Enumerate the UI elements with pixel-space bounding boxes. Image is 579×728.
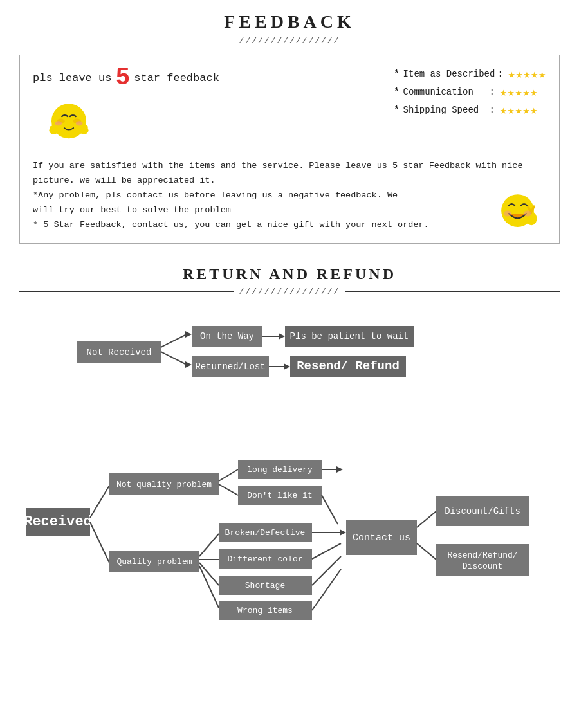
- received-svg: Received Not quality problem long delive…: [26, 424, 579, 630]
- rating-label-1: Item as Described: [403, 69, 495, 79]
- svg-line-20: [161, 352, 187, 365]
- asterisk-1: *: [394, 69, 399, 79]
- svg-text:Discount/Gifts: Discount/Gifts: [445, 506, 520, 516]
- emoji-happy: [496, 189, 540, 233]
- emoji-sleeping: [46, 99, 92, 145]
- refund-zigzag: ////////////////: [234, 287, 345, 296]
- svg-line-71: [417, 511, 436, 527]
- stars-3: ★★★★★: [500, 103, 538, 117]
- feedback-post-text: star feedback: [134, 72, 219, 84]
- svg-line-49: [322, 495, 338, 524]
- svg-point-16: [524, 210, 532, 216]
- svg-line-42: [219, 484, 238, 495]
- rating-label-3: Shipping Speed: [403, 105, 487, 115]
- feedback-divider: ////////////////: [19, 36, 560, 46]
- feedback-box: pls leave us 5 star feedback: [19, 55, 560, 244]
- colon-2: :: [490, 87, 495, 97]
- svg-marker-46: [336, 466, 343, 473]
- svg-point-4: [76, 121, 83, 125]
- not-received-flow: Not Received On the Way Pls be patient t…: [26, 312, 553, 405]
- svg-text:Broken/Defective: Broken/Defective: [225, 528, 306, 538]
- feedback-dotted-divider: [33, 152, 546, 152]
- svg-text:Returned/Lost: Returned/Lost: [195, 361, 265, 372]
- svg-marker-59: [340, 529, 346, 536]
- svg-text:Different color: Different color: [227, 554, 302, 564]
- svg-line-55: [199, 566, 219, 608]
- rating-row-1: * Item as Described : ★★★★★: [394, 67, 546, 81]
- svg-marker-21: [185, 331, 192, 338]
- rating-label-2: Communication: [403, 87, 487, 97]
- feedback-line3: *Any problem, pls contact us before leav…: [33, 188, 546, 203]
- rating-row-2: * Communication : ★★★★★: [394, 85, 546, 99]
- svg-line-52: [199, 534, 219, 556]
- svg-text:Pls be patient to wait: Pls be patient to wait: [290, 331, 409, 341]
- svg-text:Contact us: Contact us: [353, 532, 410, 543]
- not-received-svg: Not Received On the Way Pls be patient t…: [26, 312, 566, 402]
- refund-title: RETURN AND REFUND: [19, 266, 560, 283]
- svg-line-37: [90, 486, 109, 518]
- svg-text:Not Received: Not Received: [87, 347, 152, 358]
- svg-point-15: [504, 210, 512, 216]
- svg-text:On the Way: On the Way: [200, 331, 254, 341]
- feedback-pre-text: pls leave us: [33, 72, 111, 84]
- feedback-line2: picture. we will be appreciated it.: [33, 174, 546, 188]
- svg-marker-32: [284, 363, 290, 370]
- feedback-section: FEEDBACK //////////////// pls leave us 5…: [0, 0, 579, 259]
- feedback-line1: If you are satisfied with the items and …: [33, 159, 546, 174]
- stars-2: ★★★★★: [500, 85, 538, 99]
- feedback-number: 5: [115, 66, 130, 90]
- svg-marker-25: [279, 333, 285, 340]
- svg-text:Don't like it: Don't like it: [247, 491, 312, 500]
- svg-point-10: [84, 125, 88, 130]
- asterisk-3: *: [394, 105, 399, 115]
- refund-divider: ////////////////: [19, 287, 560, 296]
- feedback-left: pls leave us 5 star feedback: [33, 66, 219, 145]
- svg-point-8: [53, 125, 58, 130]
- svg-line-19: [161, 334, 187, 347]
- svg-text:Shortage: Shortage: [245, 581, 285, 590]
- svg-text:Resend/ Refund: Resend/ Refund: [297, 359, 400, 373]
- svg-line-65: [312, 556, 341, 585]
- svg-text:Resend/Refund/: Resend/Refund/: [447, 551, 517, 560]
- feedback-top: pls leave us 5 star feedback: [33, 66, 546, 145]
- stars-1: ★★★★★: [508, 67, 546, 81]
- svg-text:Not quality problem: Not quality problem: [116, 480, 212, 489]
- feedback-title: FEEDBACK: [19, 12, 560, 32]
- feedback-body: If you are satisfied with the items and …: [33, 159, 546, 233]
- svg-line-62: [312, 543, 341, 559]
- svg-text:Wrong items: Wrong items: [237, 606, 293, 615]
- svg-text:Quality problem: Quality problem: [116, 557, 192, 567]
- svg-rect-75: [436, 544, 529, 576]
- colon-3: :: [490, 105, 495, 115]
- feedback-right: * Item as Described : ★★★★★ * Communicat…: [394, 67, 546, 117]
- svg-line-38: [90, 522, 109, 563]
- svg-text:long delivery: long delivery: [247, 465, 313, 475]
- svg-line-41: [219, 469, 238, 481]
- svg-marker-28: [185, 361, 192, 368]
- svg-text:Received: Received: [24, 514, 92, 530]
- svg-line-68: [312, 569, 341, 610]
- received-flow: Received Not quality problem long delive…: [26, 424, 553, 633]
- svg-line-72: [417, 543, 436, 560]
- svg-line-54: [199, 563, 219, 585]
- refund-section: RETURN AND REFUND //////////////// Not R…: [0, 259, 579, 653]
- svg-point-3: [55, 121, 62, 125]
- rating-row-3: * Shipping Speed : ★★★★★: [394, 103, 546, 117]
- feedback-line5: * 5 Star Feedback, contact us, you can g…: [33, 218, 546, 233]
- flowchart: Not Received On the Way Pls be patient t…: [26, 312, 553, 633]
- feedback-line4: will try our best to solve the problem: [33, 203, 546, 218]
- svg-text:Discount: Discount: [463, 561, 502, 571]
- feedback-headline: pls leave us 5 star feedback: [33, 66, 219, 90]
- feedback-zigzag: ////////////////: [234, 36, 345, 46]
- asterisk-2: *: [394, 87, 399, 97]
- colon-1: :: [497, 69, 502, 79]
